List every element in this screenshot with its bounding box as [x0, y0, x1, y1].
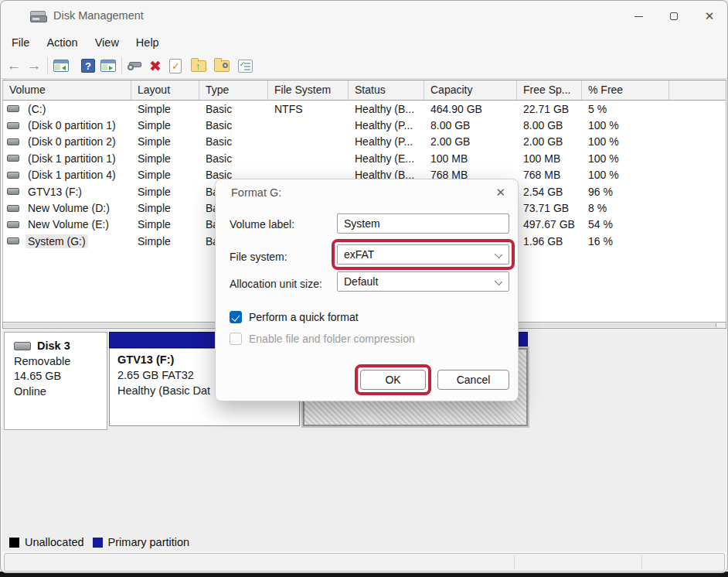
- free-space-cell: 1.96 GB: [517, 235, 582, 248]
- status-bar-divider: [641, 555, 642, 569]
- volume-label-input[interactable]: [337, 213, 509, 234]
- open-button[interactable]: ↑: [189, 56, 209, 76]
- help-button[interactable]: ?: [78, 56, 98, 76]
- disk-type: Removable: [14, 355, 107, 367]
- layout-cell: Simple: [131, 119, 199, 131]
- menu-item[interactable]: File: [3, 34, 38, 51]
- capacity-cell: 2.00 GB: [424, 135, 517, 148]
- dialog-title: Format G:: [231, 186, 281, 199]
- drive-icon: [7, 172, 19, 179]
- dialog-close-icon[interactable]: ✕: [495, 186, 505, 200]
- layout-cell: Simple: [131, 152, 199, 165]
- delete-volume-button[interactable]: ✖: [145, 56, 165, 76]
- toolbar-separator: [47, 57, 48, 74]
- disk-management-window: Disk Management ✕ FileActionViewHelp ← →…: [0, 0, 728, 573]
- minimize-button[interactable]: [621, 1, 656, 32]
- free-space-cell: 100 MB: [517, 152, 582, 165]
- ok-button[interactable]: OK: [360, 370, 426, 390]
- drive-icon: [7, 205, 19, 212]
- show-console-tree-button[interactable]: [51, 56, 71, 76]
- rescan-disks-button[interactable]: [125, 56, 145, 76]
- column-header-free-space[interactable]: Free Sp...: [517, 80, 582, 100]
- properties-button[interactable]: ✓: [235, 56, 255, 76]
- status-cell: Healthy (B...: [349, 103, 424, 115]
- column-header-capacity[interactable]: Capacity: [424, 80, 517, 100]
- status-cell: Healthy (E...: [349, 152, 424, 165]
- column-header-volume[interactable]: Volume: [3, 80, 131, 100]
- column-header-percent-free[interactable]: % Free: [582, 80, 669, 100]
- menu-item[interactable]: Action: [38, 34, 86, 51]
- disk-3-card[interactable]: Disk 3 Removable 14.65 GB Online: [4, 332, 107, 430]
- column-header-layout[interactable]: Layout: [131, 80, 199, 100]
- column-header-file-system[interactable]: File System: [268, 80, 349, 100]
- allocation-label: Allocation unit size:: [230, 278, 322, 290]
- volume-name-cell: (Disk 0 partition 1): [3, 118, 131, 132]
- status-bar: [4, 553, 725, 572]
- free-space-cell: 8.00 GB: [517, 119, 582, 131]
- capacity-cell: 100 MB: [424, 152, 517, 165]
- volume-row[interactable]: (Disk 1 partition 1) Simple Basic Health…: [3, 150, 726, 166]
- volume-name-cell: (Disk 1 partition 1): [3, 152, 131, 166]
- action-pane-icon: [100, 60, 116, 72]
- file-system-label: File system:: [230, 251, 287, 263]
- percent-free-cell: 5 %: [582, 103, 669, 115]
- status-cell: Healthy (P...: [349, 135, 424, 148]
- capacity-cell: 8.00 GB: [424, 119, 517, 131]
- volume-name-cell: GTV13 (F:): [3, 185, 131, 199]
- volume-name-cell: System (G:): [3, 234, 131, 248]
- free-space-cell: 497.67 GB: [517, 218, 582, 230]
- menu-item[interactable]: Help: [128, 34, 168, 51]
- close-button[interactable]: ✕: [692, 1, 727, 32]
- column-header-type[interactable]: Type: [199, 80, 268, 100]
- back-button[interactable]: ←: [4, 56, 24, 76]
- layout-cell: Simple: [131, 186, 199, 198]
- volume-name-cell: (Disk 0 partition 2): [3, 135, 131, 149]
- column-header-status[interactable]: Status: [349, 80, 424, 100]
- legend-label: Primary partition: [108, 536, 190, 548]
- checklist-icon: ✓: [238, 60, 253, 73]
- volume-row[interactable]: (Disk 0 partition 1) Simple Basic Health…: [3, 117, 726, 133]
- legend-item: Primary partition: [93, 536, 190, 548]
- volume-name-cell: (C:): [3, 102, 131, 116]
- layout-cell: Simple: [131, 202, 199, 214]
- free-space-cell: 2.54 GB: [517, 186, 582, 198]
- cancel-button[interactable]: Cancel: [437, 370, 509, 390]
- menu-item[interactable]: View: [87, 34, 128, 51]
- back-arrow-icon: ←: [7, 57, 22, 74]
- type-cell: Basic: [199, 103, 268, 115]
- title-bar: Disk Management ✕: [1, 1, 727, 32]
- percent-free-cell: 96 %: [582, 186, 669, 198]
- volume-name-cell: New Volume (E:): [3, 217, 131, 231]
- volume-row[interactable]: (C:) Simple Basic NTFS Healthy (B... 464…: [3, 101, 726, 117]
- folder-magnifier-icon: [214, 60, 230, 72]
- toolbar-separator: [121, 57, 122, 74]
- forward-button[interactable]: →: [24, 56, 44, 76]
- toolbar: ← → ? ✖ ✓ ↑ ✓: [1, 53, 727, 79]
- legend-item: Unallocated: [9, 536, 84, 548]
- disk-name: Disk 3: [37, 340, 70, 352]
- maximize-button[interactable]: [656, 1, 692, 32]
- legend-swatch: [93, 538, 103, 548]
- allocation-dropdown[interactable]: Default: [337, 271, 509, 292]
- layout-cell: Simple: [131, 235, 199, 248]
- type-cell: Basic: [199, 135, 268, 148]
- status-cell: Healthy (P...: [349, 119, 424, 131]
- layout-cell: Simple: [131, 135, 199, 148]
- help-icon: ?: [81, 59, 95, 73]
- type-cell: Basic: [199, 119, 268, 131]
- volume-table-header: Volume Layout Type File System Status Ca…: [3, 80, 726, 101]
- window-title: Disk Management: [53, 9, 144, 22]
- show-action-pane-button[interactable]: [98, 56, 118, 76]
- mark-active-button[interactable]: ✓: [165, 56, 185, 76]
- chevron-down-icon: [495, 278, 502, 285]
- drive-icon: [7, 221, 19, 228]
- free-space-cell: 768 MB: [517, 169, 582, 181]
- volume-name-cell: (Disk 1 partition 4): [3, 168, 131, 182]
- explore-button[interactable]: [212, 56, 232, 76]
- checkbox-unchecked-icon: [230, 333, 242, 345]
- quick-format-checkbox-row[interactable]: Perform a quick format: [230, 311, 359, 323]
- layout-cell: Simple: [131, 103, 199, 115]
- volume-row[interactable]: (Disk 0 partition 2) Simple Basic Health…: [3, 134, 726, 150]
- checkbox-checked-icon[interactable]: [230, 311, 242, 323]
- percent-free-cell: 100 %: [582, 135, 669, 148]
